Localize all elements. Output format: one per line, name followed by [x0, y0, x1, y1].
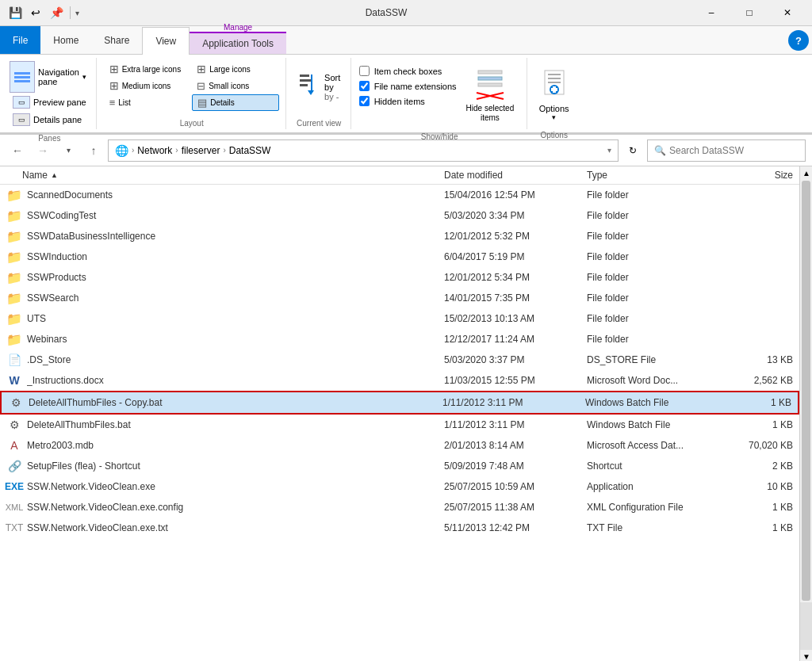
maximize-button[interactable]: □ [731, 0, 768, 25]
file-name: .DS_Store [27, 354, 444, 365]
table-row[interactable]: 🔗 SetupFiles (flea) - Shortcut 5/09/2019… [0, 456, 799, 476]
ribbon-group-panes: Navigationpane ▾ ▭ Preview pane ▭ Detail… [3, 58, 97, 129]
svg-marker-4 [308, 90, 314, 95]
file-date: 15/04/2016 12:54 PM [444, 189, 587, 201]
table-row[interactable]: 📁 SSWProducts 12/01/2012 5:34 PM File fo… [0, 267, 799, 288]
column-header-name[interactable]: Name ▲ [22, 170, 444, 181]
scroll-page-down[interactable] [800, 602, 812, 650]
svg-rect-11 [548, 74, 561, 75]
layout-medium-icons[interactable]: ⊞ Medium icons [105, 78, 192, 94]
layout-large-icon: ⊞ [197, 63, 206, 75]
column-header-date[interactable]: Date modified [444, 170, 587, 181]
file-name: SSW.Network.VideoClean.exe [27, 481, 444, 492]
tab-home[interactable]: Home [40, 26, 91, 54]
svg-rect-5 [478, 71, 502, 74]
tab-view[interactable]: View [142, 27, 190, 55]
hide-selected-button[interactable]: Hide selecteditems [463, 61, 518, 126]
layout-list[interactable]: ≡ List [105, 94, 192, 111]
back-button[interactable]: ← [6, 139, 29, 162]
details-pane-button[interactable]: ▭ Details pane [10, 112, 85, 128]
layout-extra-large[interactable]: ⊞ Extra large icons [105, 61, 192, 77]
layout-large-icons[interactable]: ⊞ Large icons [192, 61, 279, 77]
path-fileserver[interactable]: fileserver [182, 145, 220, 156]
file-date: 12/01/2012 5:34 PM [444, 272, 587, 283]
path-network[interactable]: Network [137, 145, 172, 156]
nav-pane-icon [10, 61, 35, 93]
layout-details[interactable]: ▤ Details [192, 94, 279, 111]
column-name-label: Name [22, 170, 48, 181]
nav-pane-dropdown[interactable]: ▾ [82, 73, 86, 81]
file-date: 15/02/2013 10:13 AM [444, 313, 587, 324]
hidden-items-row[interactable]: Hidden items [359, 94, 457, 108]
folder-icon: 📁 [6, 311, 22, 327]
file-ext-checkbox[interactable] [359, 81, 370, 91]
table-row[interactable]: EXE SSW.Network.VideoClean.exe 25/07/201… [0, 476, 799, 497]
help-button[interactable]: ? [788, 30, 809, 51]
file-date: 11/03/2015 12:55 PM [444, 375, 587, 386]
table-row[interactable]: ⚙ DeleteAllThumbFiles.bat 1/11/2012 3:11… [0, 415, 799, 435]
search-box: 🔍 [647, 139, 806, 162]
item-checkboxes-row[interactable]: Item check boxes [359, 64, 457, 78]
search-input[interactable] [669, 145, 799, 156]
file-size: 10 KB [730, 481, 793, 492]
table-row[interactable]: 📁 SSWSearch 14/01/2015 7:35 PM File fold… [0, 288, 799, 308]
scroll-up-button[interactable]: ▲ [800, 166, 812, 179]
column-name-sort-icon: ▲ [51, 171, 58, 179]
column-header-type[interactable]: Type [587, 170, 730, 181]
preview-pane-button[interactable]: ▭ Preview pane [10, 94, 90, 110]
table-row[interactable]: 📁 Webinars 12/12/2017 11:24 AM File fold… [0, 329, 799, 350]
table-row[interactable]: W _Instructions.docx 11/03/2015 12:55 PM… [0, 370, 799, 391]
table-row[interactable]: 📁 SSWInduction 6/04/2017 5:19 PM File fo… [0, 246, 799, 267]
svg-rect-7 [478, 83, 502, 86]
undo-button[interactable]: ↩ [27, 4, 44, 21]
qat-dropdown[interactable]: ▾ [75, 9, 79, 17]
sort-button[interactable]: Sort by by - [297, 67, 340, 107]
refresh-button[interactable]: ↻ [622, 139, 644, 162]
close-button[interactable]: ✕ [769, 0, 806, 25]
tab-share[interactable]: Share [91, 26, 142, 54]
tab-file[interactable]: File [0, 26, 40, 54]
forward-button[interactable]: → [32, 139, 54, 162]
table-row[interactable]: A Metro2003.mdb 2/01/2013 8:14 AM Micros… [0, 435, 799, 456]
item-checkboxes-checkbox[interactable] [359, 66, 370, 76]
file-date: 5/09/2019 7:48 AM [444, 460, 587, 472]
table-row[interactable]: 📄 .DS_Store 5/03/2020 3:37 PM DS_STORE F… [0, 350, 799, 370]
options-button[interactable]: Options ▾ [535, 61, 573, 124]
table-row[interactable]: ⚙ DeleteAllThumbFiles - Copy.bat 1/11/20… [0, 391, 799, 415]
table-row[interactable]: TXT SSW.Network.VideoClean.exe.txt 5/11/… [0, 518, 799, 538]
scroll-thumb[interactable] [802, 181, 810, 601]
hidden-items-checkbox[interactable] [359, 96, 370, 106]
address-dropdown-icon[interactable]: ▾ [607, 146, 611, 155]
pin-button[interactable]: 📌 [48, 4, 65, 21]
file-name: Metro2003.mdb [27, 440, 444, 451]
table-row[interactable]: 📁 UTS 15/02/2013 10:13 AM File folder [0, 308, 799, 329]
nav-pane-button[interactable]: Navigationpane ▾ [10, 61, 86, 93]
recent-locations-button[interactable]: ▾ [57, 139, 79, 162]
options-dropdown-icon[interactable]: ▾ [552, 113, 556, 121]
layout-details-label: Details [210, 98, 235, 107]
scroll-down-button[interactable]: ▼ [800, 650, 812, 661]
file-type: XML Configuration File [587, 502, 730, 513]
file-name: SSW.Network.VideoClean.exe.txt [27, 522, 444, 533]
minimize-button[interactable]: – [693, 0, 730, 25]
quick-access-toolbar: 💾 ↩ 📌 ▾ DataSSW – □ ✕ [0, 0, 812, 25]
file-date: 2/01/2013 8:14 AM [444, 440, 587, 451]
table-row[interactable]: 📁 SSWDataBusinessIntelligence 12/01/2012… [0, 226, 799, 246]
address-path[interactable]: 🌐 › Network › fileserver › DataSSW ▾ [108, 139, 619, 162]
file-ext-row[interactable]: File name extensions [359, 79, 457, 93]
layout-content: ⊞ Extra large icons ⊞ Large icons ⊞ Medi… [105, 58, 279, 116]
folder-icon: 📁 [6, 331, 22, 347]
tab-application-tools[interactable]: Application Tools [190, 32, 286, 54]
table-row[interactable]: 📁 SSWCodingTest 5/03/2020 3:34 PM File f… [0, 205, 799, 226]
column-header-size[interactable]: Size [730, 170, 793, 181]
address-bar: ← → ▾ ↑ 🌐 › Network › fileserver › DataS… [0, 135, 812, 166]
sort-by-value: by - [324, 92, 340, 101]
save-button[interactable]: 💾 [6, 4, 24, 21]
layout-small-icons[interactable]: ⊟ Small icons [192, 78, 279, 94]
table-row[interactable]: XML SSW.Network.VideoClean.exe.config 25… [0, 497, 799, 518]
path-datassw[interactable]: DataSSW [229, 145, 271, 156]
table-row[interactable]: 📁 ScannedDocuments 15/04/2016 12:54 PM F… [0, 185, 799, 205]
up-button[interactable]: ↑ [82, 139, 105, 162]
checkboxes-container: Item check boxes File name extensions Hi… [359, 61, 457, 108]
vertical-scrollbar[interactable]: ▲ ▼ [799, 166, 812, 661]
